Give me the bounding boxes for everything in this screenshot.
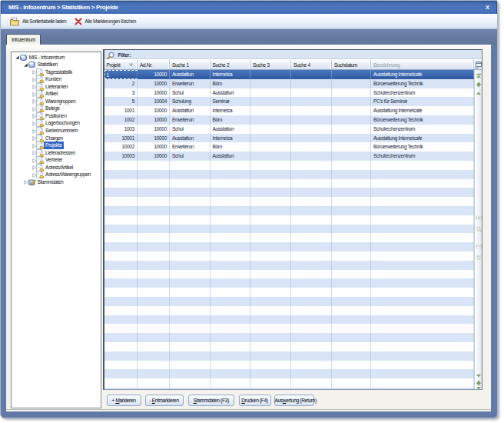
- table-empty-row[interactable]: [104, 342, 474, 351]
- cell-suche-2[interactable]: [211, 378, 251, 388]
- cell-suche-1[interactable]: [170, 251, 211, 261]
- cell-suchdatum[interactable]: [332, 142, 371, 152]
- cell-suche-4[interactable]: [291, 261, 332, 270]
- cell-suche-4[interactable]: [291, 251, 332, 261]
- cell-suche-4[interactable]: [291, 115, 332, 125]
- cell-suche-4[interactable]: [291, 142, 332, 152]
- cell-suche-1[interactable]: [170, 306, 211, 315]
- cell-suche-4[interactable]: [291, 270, 332, 279]
- cell-bezeichnung[interactable]: [371, 351, 474, 361]
- cell-suchdatum[interactable]: [332, 88, 371, 98]
- cell-suche-4[interactable]: [291, 315, 332, 325]
- cell-suche-4[interactable]: [291, 197, 332, 206]
- action-button-drucken-f4[interactable]: Drucken (F4): [239, 395, 271, 406]
- cell-suche-1[interactable]: Schul: [170, 125, 211, 134]
- cell-suche-3[interactable]: [250, 306, 291, 315]
- cell-suche-2[interactable]: Ausstattun: [211, 88, 251, 98]
- cell-suche-2[interactable]: [211, 206, 251, 215]
- cell-suche-4[interactable]: [291, 88, 332, 98]
- action-button-markieren[interactable]: + Markieren: [107, 395, 141, 406]
- tree-item-label[interactable]: Kunden: [44, 75, 63, 83]
- cell-bezeichnung[interactable]: [371, 251, 474, 261]
- cell-suchdatum[interactable]: [332, 342, 371, 351]
- cell-suche-2[interactable]: [211, 333, 251, 342]
- cell-suche-1[interactable]: [170, 378, 211, 388]
- table-empty-row[interactable]: [104, 261, 474, 270]
- cell-suche-4[interactable]: [291, 361, 332, 370]
- cell-suchdatum[interactable]: [332, 125, 371, 134]
- cell-ad-nr-[interactable]: 10000: [138, 106, 170, 115]
- cell-projekt[interactable]: [104, 288, 138, 297]
- cell-suche-2[interactable]: [211, 315, 251, 325]
- cell-bezeichnung[interactable]: [371, 297, 474, 306]
- cell-suche-4[interactable]: [291, 170, 332, 179]
- cell-bezeichnung[interactable]: [371, 233, 474, 242]
- cell-suche-4[interactable]: [291, 179, 332, 188]
- cell-projekt[interactable]: 1003: [104, 125, 138, 134]
- cell-projekt[interactable]: [104, 233, 138, 242]
- cell-bezeichnung[interactable]: Büroerweiterung Technik: [371, 79, 474, 88]
- next-row-button[interactable]: [476, 373, 482, 379]
- search-button[interactable]: [476, 226, 482, 232]
- tree-item-label[interactable]: Lagerbuchungen: [44, 119, 81, 127]
- cell-bezeichnung[interactable]: [371, 161, 474, 170]
- cell-suche-1[interactable]: [170, 179, 211, 188]
- table-empty-row[interactable]: [104, 369, 474, 378]
- cell-projekt[interactable]: [104, 369, 138, 378]
- cell-suche-1[interactable]: Erweiterun: [170, 142, 211, 152]
- cell-bezeichnung[interactable]: [371, 288, 474, 297]
- cell-ad-nr-[interactable]: 10000: [138, 70, 170, 79]
- cell-projekt[interactable]: [104, 161, 138, 170]
- cell-suche-1[interactable]: [170, 197, 211, 206]
- cell-projekt[interactable]: [104, 251, 138, 261]
- cell-bezeichnung[interactable]: Schulrechenzentrum: [371, 88, 474, 98]
- cell-suchdatum[interactable]: [332, 134, 371, 143]
- cell-bezeichnung[interactable]: Ausstattung Internetcafe: [371, 134, 474, 143]
- cell-suchdatum[interactable]: [332, 97, 371, 106]
- cell-suchdatum[interactable]: [332, 288, 371, 297]
- cell-ad-nr-[interactable]: [138, 278, 170, 288]
- cell-ad-nr-[interactable]: [138, 179, 170, 188]
- cell-bezeichnung[interactable]: [371, 342, 474, 351]
- table-empty-row[interactable]: [104, 242, 474, 251]
- cell-projekt[interactable]: 5: [104, 97, 138, 106]
- table-empty-row[interactable]: [104, 306, 474, 315]
- cell-suche-3[interactable]: [250, 142, 291, 152]
- cell-suche-3[interactable]: [250, 342, 291, 351]
- cell-bezeichnung[interactable]: [371, 361, 474, 370]
- cell-suche-2[interactable]: [211, 270, 251, 279]
- cell-suche-1[interactable]: [170, 324, 211, 333]
- table-row[interactable]: 210000ErweiterunBüroBüroerweiterung Tech…: [104, 79, 474, 88]
- cell-projekt[interactable]: [104, 342, 138, 351]
- cell-suche-3[interactable]: [250, 261, 291, 270]
- cell-suche-3[interactable]: [250, 297, 291, 306]
- cell-suche-4[interactable]: [291, 333, 332, 342]
- tree-item-label[interactable]: Adress/Artikel: [44, 164, 75, 172]
- cell-bezeichnung[interactable]: [371, 324, 474, 333]
- cell-suche-2[interactable]: [211, 261, 251, 270]
- cell-ad-nr-[interactable]: [138, 270, 170, 279]
- cell-suche-3[interactable]: [250, 161, 291, 170]
- close-icon[interactable]: x: [482, 2, 492, 12]
- prior-page-button[interactable]: [476, 82, 482, 88]
- cell-suche-2[interactable]: [211, 306, 251, 315]
- cell-suche-1[interactable]: [170, 161, 211, 170]
- cell-suche-3[interactable]: [250, 225, 291, 234]
- cell-suche-1[interactable]: [170, 297, 211, 306]
- cell-suche-1[interactable]: [170, 242, 211, 251]
- cell-bezeichnung[interactable]: [371, 197, 474, 206]
- cell-suche-3[interactable]: [250, 206, 291, 215]
- cell-suchdatum[interactable]: [332, 297, 371, 306]
- cell-suchdatum[interactable]: [332, 369, 371, 378]
- cell-suche-1[interactable]: Erweiterun: [170, 115, 211, 125]
- cell-suche-3[interactable]: [250, 378, 291, 388]
- cell-suche-2[interactable]: [211, 188, 251, 197]
- cell-ad-nr-[interactable]: [138, 188, 170, 197]
- cell-suche-3[interactable]: [250, 70, 291, 79]
- cell-suche-3[interactable]: [250, 88, 291, 98]
- tree-item-label[interactable]: Belege: [44, 105, 61, 112]
- cell-bezeichnung[interactable]: Ausstattung Internetcafe: [371, 70, 474, 79]
- table-row[interactable]: 100110000AusstattunInternetcaAusstattung…: [104, 106, 474, 115]
- cell-bezeichnung[interactable]: [371, 378, 474, 388]
- cell-suchdatum[interactable]: [332, 70, 371, 79]
